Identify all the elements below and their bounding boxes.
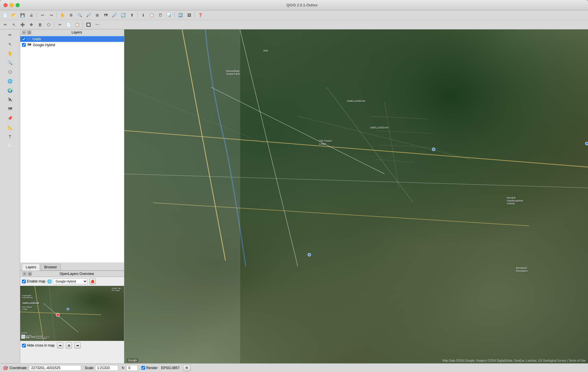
tool-map[interactable]: 🗺 bbox=[5, 105, 15, 113]
provider-select[interactable]: Google Hybrid Google Satellite OpenStree… bbox=[53, 278, 88, 284]
pan-btn[interactable]: ✋ bbox=[58, 11, 66, 19]
svg-line-18 bbox=[379, 145, 437, 148]
snapping-btn[interactable]: 🔲 bbox=[84, 21, 93, 28]
overview-close-btn[interactable]: × bbox=[23, 272, 27, 276]
open-project-btn[interactable]: 📂 bbox=[10, 11, 18, 19]
deselect-btn[interactable]: 🗒 bbox=[156, 11, 164, 19]
copy-features-btn[interactable]: 📄 bbox=[64, 21, 73, 28]
layer-item-google-hybrid[interactable]: 🗺 Google Hybrid bbox=[20, 42, 124, 48]
overview-select: 🌐 Google Hybrid Google Satellite OpenStr… bbox=[47, 278, 88, 284]
node-tool-btn[interactable]: ⬡ bbox=[45, 21, 53, 28]
coordinate-input[interactable] bbox=[29, 365, 81, 371]
coordinate-label: Coordinate: bbox=[10, 366, 27, 370]
svg-point-4 bbox=[56, 313, 60, 317]
status-bar: 🎯 Coordinate: Scale ↻ Render EPSG:3857 ⚙ bbox=[0, 363, 588, 372]
cut-features-btn[interactable]: ✂ bbox=[56, 21, 64, 28]
zoom-layer-btn[interactable]: 🗺 bbox=[102, 11, 110, 19]
mini-google-logo: G Map Data • Terms of Use bbox=[21, 334, 49, 338]
zoom-last-btn[interactable]: 🔄 bbox=[119, 11, 127, 19]
layers-float-btn[interactable]: ⊡ bbox=[27, 30, 31, 34]
scale-input[interactable] bbox=[95, 365, 118, 371]
crs-settings-btn[interactable]: ⚙ bbox=[183, 365, 191, 371]
print-btn[interactable]: 🖨 bbox=[27, 11, 35, 19]
label-btn[interactable]: 🔤 bbox=[176, 11, 184, 19]
layers-panel-title: Layers bbox=[31, 30, 122, 34]
map-area[interactable]: EenuuirkopGuest Farm SWELLENDAM SWELLEND… bbox=[124, 29, 588, 363]
paste-features-btn[interactable]: 📋 bbox=[73, 21, 81, 28]
refresh-btn[interactable]: 🍎 bbox=[89, 278, 96, 284]
panel-tabs: Layers Browser bbox=[20, 263, 124, 271]
overview-pan-right-btn[interactable]: ➡ bbox=[74, 342, 81, 349]
move-feature-btn[interactable]: ✥ bbox=[27, 21, 35, 28]
layers-close-btn[interactable]: × bbox=[22, 30, 26, 34]
zoom-selection-btn[interactable]: 🔎 bbox=[110, 11, 119, 19]
traffic-lights bbox=[3, 3, 20, 7]
maximize-button[interactable] bbox=[16, 3, 20, 7]
composer-btn[interactable]: 🖼 bbox=[185, 11, 193, 19]
hide-cross-checkbox[interactable] bbox=[22, 344, 26, 347]
svg-point-22 bbox=[585, 142, 588, 145]
mini-label-impangele: ImpangeleGuesthouse bbox=[22, 295, 33, 299]
tool-text[interactable]: T bbox=[5, 132, 15, 141]
close-button[interactable] bbox=[3, 3, 8, 7]
zoom-out-btn[interactable]: 🔎 bbox=[84, 11, 93, 19]
layer-roads-checkbox[interactable] bbox=[22, 37, 26, 41]
enable-map-checkbox[interactable] bbox=[22, 280, 26, 283]
enable-map-label[interactable]: Enable map bbox=[22, 279, 45, 283]
map-label-r60: R60 bbox=[263, 49, 268, 52]
svg-line-1 bbox=[20, 312, 101, 315]
separator-6 bbox=[54, 22, 54, 27]
coordinate-icon: 🎯 bbox=[3, 366, 8, 370]
delete-feature-btn[interactable]: 🗑 bbox=[36, 21, 44, 28]
separator-2 bbox=[57, 12, 57, 18]
layers-panel: × ⊡ Layers 〰 roads 🗺 Google Hybrid bbox=[20, 29, 124, 271]
hide-cross-label[interactable]: Hide cross in map bbox=[22, 343, 55, 347]
tool-pin[interactable]: 📌 bbox=[5, 114, 15, 122]
tool-node[interactable]: ⬡ bbox=[5, 68, 15, 76]
layer-google-checkbox[interactable] bbox=[22, 43, 26, 47]
tracing-btn[interactable]: 〰 bbox=[93, 21, 101, 28]
zoom-in-btn[interactable]: 🔍 bbox=[76, 11, 84, 19]
rotation-input[interactable] bbox=[126, 365, 138, 371]
tool-satellite[interactable]: 🛰 bbox=[5, 95, 15, 104]
tool-arrow[interactable]: ↖ bbox=[5, 40, 15, 49]
tool-zoom[interactable]: 🔍 bbox=[5, 58, 15, 67]
toggle-edit-btn[interactable]: ✏ bbox=[1, 21, 9, 28]
tool-globe2[interactable]: 🌍 bbox=[5, 86, 15, 95]
add-feature-btn[interactable]: ➕ bbox=[19, 21, 27, 28]
tab-browser[interactable]: Browser bbox=[40, 264, 61, 270]
pan2-btn[interactable]: ⚙ bbox=[67, 11, 75, 19]
overview-float-btn[interactable]: ⊡ bbox=[28, 272, 32, 276]
save-project-btn[interactable]: 💾 bbox=[19, 11, 27, 19]
render-checkbox[interactable] bbox=[141, 366, 145, 370]
tool-select-rect[interactable]: ⬜ bbox=[5, 142, 15, 150]
tab-layers[interactable]: Layers bbox=[22, 264, 40, 271]
select-btn[interactable]: 📋 bbox=[148, 11, 156, 19]
svg-point-21 bbox=[308, 253, 311, 256]
layer-item-roads[interactable]: 〰 roads bbox=[20, 36, 124, 42]
attribute-table-btn[interactable]: 📊 bbox=[165, 11, 173, 19]
map-label-bontebok: BontebokReception bbox=[516, 267, 528, 272]
redo-btn[interactable]: ↪ bbox=[47, 11, 55, 19]
title-bar: QGIS 2.0.1-Dufour bbox=[0, 0, 588, 10]
zoom-next-btn[interactable]: ⬆ bbox=[128, 11, 136, 19]
select-arrow-btn[interactable]: ↖ bbox=[10, 21, 18, 28]
layer-google-name: Google Hybrid bbox=[33, 43, 55, 47]
identify-btn[interactable]: ℹ bbox=[139, 11, 147, 19]
layers-list[interactable]: 〰 roads 🗺 Google Hybrid bbox=[20, 36, 124, 263]
tool-hand[interactable]: ✋ bbox=[5, 49, 15, 58]
undo-btn[interactable]: ↩ bbox=[38, 11, 47, 19]
zoom-full-btn[interactable]: ⊞ bbox=[93, 11, 101, 19]
help-btn[interactable]: ❓ bbox=[196, 11, 204, 19]
terms-attribution: Map Data ©2014 Google, Imagery ©2014 Dig… bbox=[443, 359, 586, 362]
tool-measure[interactable]: 📐 bbox=[5, 123, 15, 132]
map-label-eenuuirkop: EenuuirkopGuest Farm bbox=[226, 70, 240, 75]
new-project-btn[interactable]: 📄 bbox=[1, 11, 9, 19]
minimize-button[interactable] bbox=[10, 3, 14, 7]
overview-pan-left-btn[interactable]: ⬅ bbox=[57, 342, 63, 349]
mini-map[interactable]: SWELLENDAM ImpangeleGuesthouse Old-Thatc… bbox=[20, 286, 124, 341]
tool-pencil[interactable]: ✏ bbox=[5, 31, 15, 39]
tool-globe[interactable]: 🌐 bbox=[5, 77, 15, 85]
overview-center-btn[interactable]: ⊕ bbox=[66, 342, 72, 349]
overview-title: × ⊡ OpenLayers Overview bbox=[20, 271, 124, 277]
